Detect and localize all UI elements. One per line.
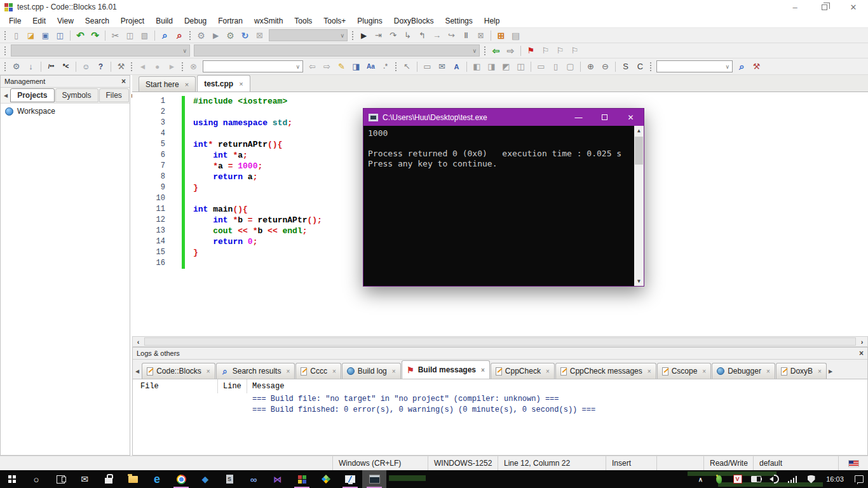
console-scroll-down-button[interactable]: ▼: [634, 276, 644, 286]
logs-tabs-scroll-left[interactable]: ◀: [134, 369, 142, 379]
build-target-combobox[interactable]: ∨: [269, 29, 348, 41]
logs-tab-build-log[interactable]: Build log×: [342, 363, 401, 379]
menu-item-debug[interactable]: Debug: [179, 17, 212, 25]
redo-button[interactable]: ↷: [88, 29, 102, 42]
dropdown-arrow-icon[interactable]: ∨: [722, 64, 732, 70]
tab-close-icon[interactable]: ×: [207, 368, 210, 375]
menu-item-file[interactable]: File: [3, 17, 27, 25]
menu-item-wxsmith[interactable]: wxSmith: [248, 17, 288, 25]
taskbar-store[interactable]: [97, 470, 121, 488]
debug-continue-button[interactable]: ▶: [357, 29, 370, 42]
align-center-button[interactable]: ◫: [514, 60, 527, 73]
prev-bookmark-button[interactable]: ⚐: [539, 44, 552, 57]
workspace-item[interactable]: Workspace: [5, 107, 125, 116]
taskbar-file-explorer[interactable]: [121, 470, 145, 488]
doxyblocks-extract-button[interactable]: ⚙: [10, 60, 23, 73]
console-maximize-button[interactable]: [592, 109, 618, 126]
hscroll-right-button[interactable]: ›: [857, 338, 867, 346]
clock[interactable]: 16:03: [820, 475, 850, 483]
menu-item-help[interactable]: Help: [478, 17, 506, 25]
next-bookmark-button[interactable]: ⚐: [553, 44, 567, 57]
compiler-combobox[interactable]: ∨: [11, 44, 190, 57]
find-button[interactable]: ⌕: [158, 29, 172, 42]
highlight-occurrences-button[interactable]: ✎: [335, 60, 348, 73]
doxy-chm-button[interactable]: ☺: [79, 60, 93, 73]
search-next-button[interactable]: ⇨: [320, 60, 334, 73]
window-restore-button[interactable]: [810, 0, 839, 14]
management-tab-projects[interactable]: Projects: [10, 88, 54, 102]
menu-item-tools[interactable]: Tools: [288, 17, 318, 25]
line-number[interactable]: 5: [132, 139, 173, 150]
tray-volume[interactable]: [765, 473, 783, 485]
action-center-button[interactable]: [850, 475, 868, 483]
tab-close-icon[interactable]: ×: [286, 368, 290, 375]
taskbar-visual-studio[interactable]: ∞: [241, 470, 266, 488]
browse-forward-button[interactable]: ⇨: [504, 44, 517, 57]
tray-expand[interactable]: ∧: [691, 473, 710, 485]
line-number[interactable]: 4: [132, 128, 173, 139]
console-close-button[interactable]: ✕: [618, 109, 644, 126]
menu-item-view[interactable]: View: [51, 17, 79, 25]
next-line-button[interactable]: ↷: [386, 29, 400, 42]
tab-close-icon[interactable]: ×: [648, 368, 651, 375]
run-button[interactable]: ▶: [209, 29, 222, 42]
dropdown-arrow-icon[interactable]: ∨: [337, 32, 347, 39]
line-number[interactable]: 10: [132, 193, 173, 204]
menu-item-plugins[interactable]: Plugins: [351, 17, 388, 25]
step-into-instruction-button[interactable]: ↪: [445, 29, 458, 42]
stop-debugger-button[interactable]: ⊠: [474, 29, 487, 42]
taskbar-task-view[interactable]: [48, 470, 72, 488]
symbols-search-combobox[interactable]: ∨: [656, 60, 733, 72]
logs-tab-cppcheck-messages[interactable]: CppCheck messages×: [555, 363, 656, 379]
settings-wrench-button[interactable]: ⚒: [750, 60, 763, 73]
line-number[interactable]: 11: [132, 204, 173, 215]
tab-close-icon[interactable]: ×: [546, 368, 550, 375]
management-close-button[interactable]: ×: [121, 77, 126, 86]
toggle-bookmark-button[interactable]: ⚑: [524, 44, 538, 57]
stretch-v-button[interactable]: ▯: [549, 60, 562, 73]
match-case-button[interactable]: Aa: [364, 60, 377, 73]
tab-close-icon[interactable]: ×: [481, 367, 485, 374]
taskbar-codeblocks[interactable]: [290, 470, 314, 488]
taskbar-plugin[interactable]: [314, 470, 338, 488]
taskbar-vs-blue[interactable]: ◆: [193, 470, 217, 488]
table-row[interactable]: === Build file: "no target" in "no proje…: [133, 393, 867, 404]
menu-item-doxyblocks[interactable]: DoxyBlocks: [388, 17, 440, 25]
tray-network[interactable]: [783, 473, 802, 485]
console-minimize-button[interactable]: —: [566, 109, 592, 126]
isearch-combobox[interactable]: ∨: [203, 60, 303, 72]
code-completion-combobox[interactable]: ∨: [194, 44, 480, 57]
clear-bookmarks-button[interactable]: ⚐: [568, 44, 581, 57]
taskbar-mail[interactable]: ✉: [72, 470, 97, 488]
wxsmith-pointer-button[interactable]: ↖: [400, 60, 414, 73]
debugging-windows-button[interactable]: ⊞: [494, 29, 508, 42]
style-button[interactable]: S: [619, 60, 632, 73]
regex-button[interactable]: .*: [379, 60, 392, 73]
editor-hscrollbar[interactable]: ‹ ›: [132, 336, 868, 347]
console-scroll-thumb[interactable]: [635, 137, 643, 165]
build-button[interactable]: ⚙: [194, 29, 208, 42]
logs-tabs-scroll-right[interactable]: ▶: [827, 369, 835, 379]
window-minimize-button[interactable]: –: [780, 0, 810, 14]
browse-back-button[interactable]: ⇦: [489, 44, 503, 57]
tab-close-icon[interactable]: ×: [185, 81, 189, 88]
taskbar-chrome[interactable]: [169, 470, 193, 488]
dropdown-arrow-icon[interactable]: ∨: [180, 48, 189, 54]
console-title-bar[interactable]: C:\Users\Huu\Desktop\test.exe — ✕: [363, 109, 644, 126]
management-tab-symbols[interactable]: Symbols: [55, 88, 98, 102]
dropdown-arrow-icon[interactable]: ∨: [293, 64, 302, 70]
tab-close-icon[interactable]: ×: [702, 368, 706, 375]
align-top-button[interactable]: ◩: [499, 60, 513, 73]
abort-button[interactable]: ⊠: [253, 29, 266, 42]
hscroll-thumb[interactable]: [144, 337, 856, 346]
line-number[interactable]: 12: [132, 215, 173, 226]
logs-tab-cccc[interactable]: Cccc×: [295, 363, 341, 379]
undo-button[interactable]: ↶: [74, 29, 87, 42]
console-window[interactable]: C:\Users\Huu\Desktop\test.exe — ✕ 1000Pr…: [363, 108, 644, 287]
next-instruction-button[interactable]: →: [430, 29, 444, 42]
zoom-in-button[interactable]: ⊕: [584, 60, 597, 73]
logs-tab-doxyb[interactable]: DoxyB×: [776, 363, 827, 379]
taskbar-console[interactable]: [362, 470, 386, 488]
line-number[interactable]: 9: [132, 182, 173, 193]
logs-close-button[interactable]: ×: [859, 349, 864, 358]
